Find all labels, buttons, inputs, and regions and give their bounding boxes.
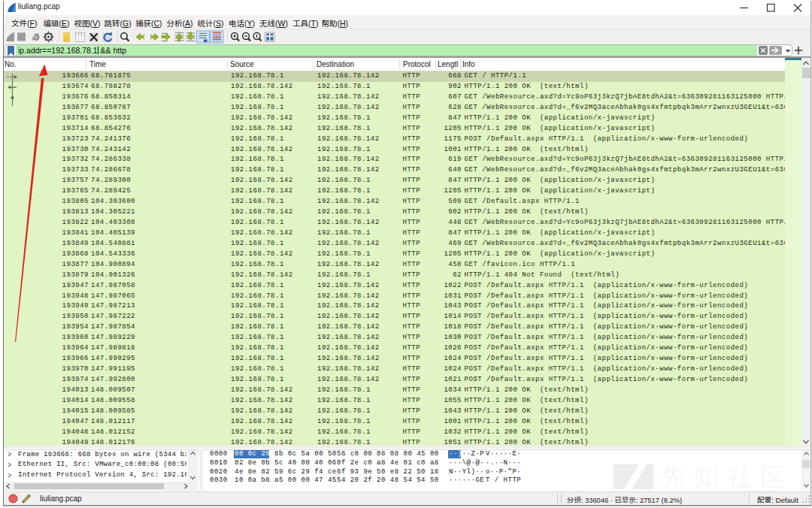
svg-text:先知社区: 先知社区 [661,464,793,491]
